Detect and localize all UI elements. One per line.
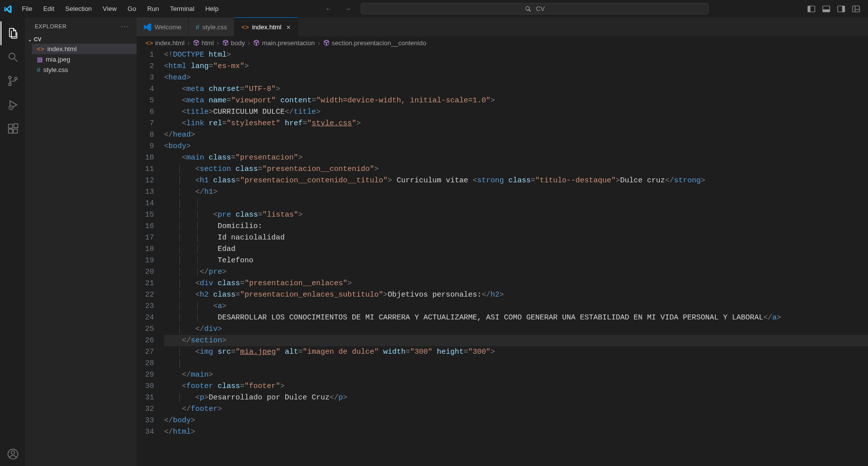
chevron-right-icon: › (217, 39, 219, 47)
svg-point-15 (10, 107, 11, 108)
menu-edit[interactable]: Edit (38, 3, 59, 14)
code-line[interactable]: </footer> (164, 403, 868, 415)
menu-run[interactable]: Run (142, 3, 164, 14)
close-icon[interactable]: × (284, 23, 290, 31)
command-center-search[interactable]: CV (361, 3, 709, 14)
line-number: 13 (137, 186, 154, 198)
breadcrumb-segment[interactable]: <>index.html (146, 39, 184, 47)
code-line[interactable]: │ <section class="presentacion__contenid… (164, 163, 868, 175)
code-line[interactable]: │ <h2 class="presentacion_enlaces_subtit… (164, 289, 868, 301)
line-number: 32 (137, 403, 154, 415)
tab-Welcome[interactable]: Welcome (137, 17, 189, 36)
file-item[interactable]: <>index.html (32, 44, 137, 54)
branch-icon (7, 75, 19, 87)
code-line[interactable]: <meta charset="UTF-8"> (164, 83, 868, 95)
svg-rect-6 (853, 6, 860, 12)
tab-index-html[interactable]: <>index.html× (235, 17, 298, 36)
svg-rect-17 (8, 129, 12, 133)
activity-accounts[interactable] (0, 442, 24, 466)
code-line[interactable]: │ │ Edad (164, 243, 868, 255)
code-line[interactable]: │ │ <a> (164, 301, 868, 312)
menu-view[interactable]: View (98, 3, 122, 14)
breadcrumb-segment[interactable]: main.presentacion (253, 39, 315, 47)
menu-file[interactable]: File (17, 3, 37, 14)
activity-search[interactable] (0, 45, 24, 69)
line-number: 33 (137, 415, 154, 426)
activity-source-control[interactable] (0, 69, 24, 93)
code-line[interactable]: │ <img src="mia.jpeg" alt="imagen de dul… (164, 346, 868, 358)
file-name: index.html (47, 45, 77, 53)
line-number: 6 (137, 106, 154, 118)
code-line[interactable]: </head> (164, 129, 868, 141)
code-line[interactable]: </main> (164, 369, 868, 381)
toggle-secondary-sidebar-icon[interactable] (837, 5, 845, 13)
code-line[interactable]: <link rel="stylesheet" href="style.css"> (164, 118, 868, 129)
sidebar-title: EXPLORER (35, 23, 67, 29)
code-line[interactable]: │ │ Telefono (164, 255, 868, 266)
code-line[interactable]: │ <div class="presentacion__enlaces"> (164, 278, 868, 289)
code-line[interactable]: </html> (164, 426, 868, 438)
menu-selection[interactable]: Selection (60, 3, 96, 14)
code-line[interactable]: │ </h1> (164, 186, 868, 198)
breadcrumb-segment[interactable]: body (222, 39, 245, 47)
file-item[interactable]: ▦mia.jpeg (32, 54, 137, 65)
explorer-sidebar: EXPLORER ··· ⌄ CV <>index.html▦mia.jpeg#… (25, 17, 137, 466)
code-line[interactable]: </body> (164, 415, 868, 426)
line-number: 5 (137, 95, 154, 106)
breadcrumb-segment[interactable]: html (193, 39, 214, 47)
breadcrumb[interactable]: <>index.html›html›body›main.presentacion… (137, 36, 868, 49)
line-number: 22 (137, 289, 154, 301)
tab-bar: Welcome#style.css<>index.html× (137, 17, 868, 36)
nav-forward-icon[interactable]: → (341, 3, 354, 14)
activity-run-debug[interactable] (0, 93, 24, 117)
code-line[interactable]: │ │ (164, 198, 868, 209)
breadcrumb-label: html (202, 39, 214, 47)
sidebar-more-icon[interactable]: ··· (121, 23, 129, 29)
code-line[interactable]: <meta name="viewport" content="width=dev… (164, 95, 868, 106)
code-line[interactable]: │ <p>Desarrollado por Dulce Cruz</p> (164, 392, 868, 403)
line-number: 15 (137, 209, 154, 221)
nav-back-icon[interactable]: ← (322, 3, 334, 14)
code-line[interactable]: │ │ DESARROLLAR LOS CONOCIMIENTOS DE MI … (164, 312, 868, 323)
breadcrumb-segment[interactable]: section.presentacion__contenido (323, 39, 426, 47)
menu-go[interactable]: Go (123, 3, 141, 14)
line-number-gutter: 1234567891011121314151617181920212223242… (137, 49, 164, 466)
code-line[interactable]: <main class="presentacion"> (164, 152, 868, 163)
menu-help[interactable]: Help (200, 3, 224, 14)
line-number: 20 (137, 266, 154, 278)
menu-terminal[interactable]: Terminal (165, 3, 199, 14)
activity-extensions[interactable] (0, 117, 24, 141)
activity-explorer[interactable] (0, 21, 24, 45)
customize-layout-icon[interactable] (852, 5, 860, 13)
code-editor[interactable]: 1234567891011121314151617181920212223242… (137, 49, 868, 466)
code-line[interactable]: </section> (164, 335, 868, 346)
code-line[interactable]: │ <h1 class="presentacion__contenido__ti… (164, 175, 868, 186)
chevron-right-icon: › (187, 39, 189, 47)
breadcrumb-label: body (231, 39, 245, 47)
folder-header[interactable]: ⌄ CV (25, 35, 137, 44)
code-line[interactable]: │ </div> (164, 323, 868, 335)
file-item[interactable]: #style.css (32, 65, 137, 75)
tab-style-css[interactable]: #style.css (189, 17, 235, 36)
code-content[interactable]: <!DOCTYPE html><html lang="es-mx"><head>… (164, 49, 868, 466)
code-line[interactable]: │ │</pre> (164, 266, 868, 278)
code-line[interactable]: <footer class="footer"> (164, 381, 868, 392)
line-number: 10 (137, 152, 154, 163)
line-number: 28 (137, 358, 154, 369)
line-number: 27 (137, 346, 154, 358)
code-line[interactable]: │ (164, 358, 868, 369)
line-number: 14 (137, 198, 154, 209)
code-line[interactable]: │ │ <pre class="listas"> (164, 209, 868, 221)
code-line[interactable]: │ │ Id naciolalidad (164, 232, 868, 243)
image-file-icon: ▦ (37, 56, 43, 63)
code-line[interactable]: <head> (164, 72, 868, 83)
svg-point-12 (9, 83, 11, 86)
toggle-primary-sidebar-icon[interactable] (807, 5, 815, 13)
code-line[interactable]: <!DOCTYPE html> (164, 49, 868, 61)
code-line[interactable]: │ │ Domicilio: (164, 221, 868, 232)
code-line[interactable]: <body> (164, 141, 868, 152)
activity-bar (0, 17, 25, 466)
code-line[interactable]: <html lang="es-mx"> (164, 61, 868, 72)
toggle-panel-icon[interactable] (822, 5, 830, 13)
code-line[interactable]: <title>CURRICULUM DULCE</title> (164, 106, 868, 118)
